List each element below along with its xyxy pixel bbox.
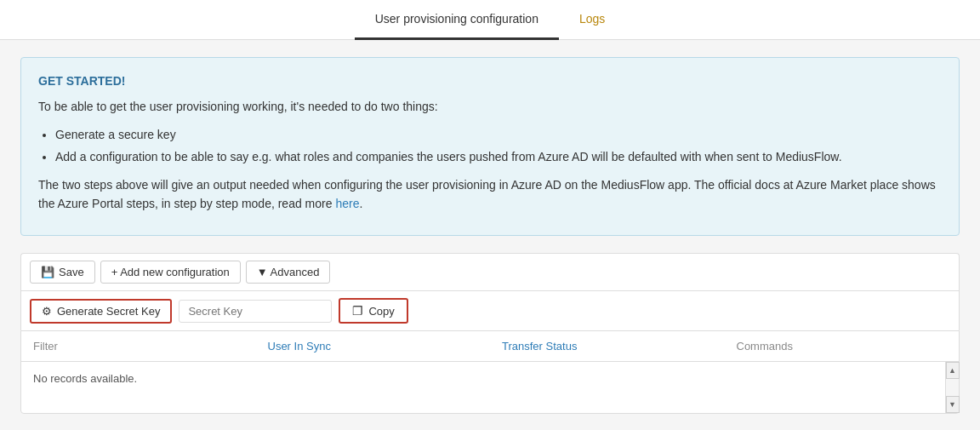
table-body: No records available. ▲ ▼ bbox=[21, 362, 959, 413]
scroll-down-button[interactable]: ▼ bbox=[946, 396, 960, 413]
add-config-label: + Add new configuration bbox=[111, 266, 230, 278]
toolbar: 💾 Save + Add new configuration ▼ Advance… bbox=[20, 253, 960, 290]
copy-label: Copy bbox=[368, 305, 394, 318]
col-filter: Filter bbox=[21, 331, 256, 361]
tab-bar: User provisioning configuration Logs bbox=[0, 0, 980, 40]
save-icon: 💾 bbox=[41, 266, 54, 278]
gear-icon: ⚙ bbox=[42, 305, 52, 318]
info-box: GET STARTED! To be able to get the user … bbox=[20, 57, 960, 236]
info-box-bullet-2: Add a configuration to be able to say e.… bbox=[55, 147, 942, 166]
info-box-heading: GET STARTED! bbox=[38, 72, 942, 90]
generate-secret-key-label: Generate Secret Key bbox=[57, 305, 160, 318]
copy-button[interactable]: ❐ Copy bbox=[339, 298, 407, 324]
secret-key-row: ⚙ Generate Secret Key ❐ Copy bbox=[20, 290, 960, 330]
copy-icon: ❐ bbox=[352, 304, 363, 318]
col-transfer-status: Transfer Status bbox=[490, 331, 725, 361]
tab-user-provisioning[interactable]: User provisioning configuration bbox=[355, 0, 559, 40]
col-commands: Commands bbox=[725, 331, 960, 361]
scrollbar[interactable]: ▲ ▼ bbox=[945, 362, 959, 413]
table-header: Filter User In Sync Transfer Status Comm… bbox=[21, 331, 959, 362]
tab-logs[interactable]: Logs bbox=[559, 0, 625, 40]
secret-key-input[interactable] bbox=[179, 300, 332, 323]
save-button[interactable]: 💾 Save bbox=[30, 261, 95, 284]
generate-secret-key-button[interactable]: ⚙ Generate Secret Key bbox=[30, 299, 172, 324]
add-config-button[interactable]: + Add new configuration bbox=[100, 261, 241, 284]
here-link[interactable]: here bbox=[335, 197, 359, 210]
info-box-intro: To be able to get the user provisioning … bbox=[38, 97, 942, 116]
info-box-list: Generate a secure key Add a configuratio… bbox=[55, 125, 942, 167]
info-box-footer: The two steps above will give an output … bbox=[38, 175, 942, 214]
info-box-bullet-1: Generate a secure key bbox=[55, 125, 942, 144]
advanced-button[interactable]: ▼ Advanced bbox=[246, 261, 331, 284]
scroll-up-button[interactable]: ▲ bbox=[946, 362, 960, 379]
no-records-message: No records available. bbox=[33, 372, 137, 385]
save-label: Save bbox=[59, 266, 84, 278]
main-content: GET STARTED! To be able to get the user … bbox=[0, 40, 980, 430]
col-user-in-sync: User In Sync bbox=[256, 331, 491, 361]
table-container: Filter User In Sync Transfer Status Comm… bbox=[20, 330, 960, 414]
advanced-label: ▼ Advanced bbox=[257, 266, 320, 278]
